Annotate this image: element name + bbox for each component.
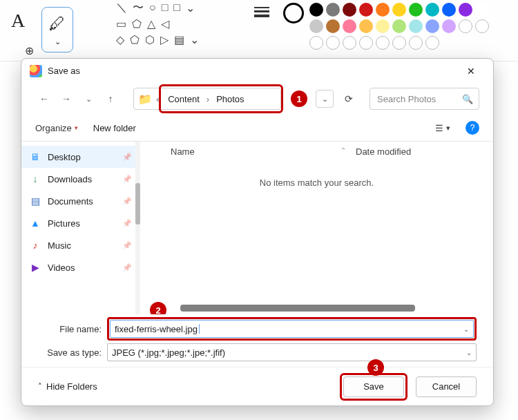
column-date[interactable]: Date modified <box>356 146 485 157</box>
dropdown-arrow-icon[interactable]: ⌄ <box>463 325 469 333</box>
color-swatch[interactable] <box>425 3 439 17</box>
color-swatch-empty[interactable] <box>376 36 390 50</box>
title-bar: Save as ✕ <box>21 59 493 83</box>
color-swatch[interactable] <box>392 3 406 17</box>
search-input[interactable]: Search Photos 🔍 <box>370 88 479 110</box>
color-swatch-empty[interactable] <box>392 36 406 50</box>
color-swatch[interactable] <box>409 3 423 17</box>
organize-label: Organize <box>35 123 72 133</box>
color-swatch[interactable] <box>343 3 356 17</box>
list-view-icon: ☰ <box>435 123 443 133</box>
filename-label: File name: <box>38 324 107 334</box>
hide-folders-toggle[interactable]: ˄ Hide Folders <box>38 381 97 392</box>
column-name[interactable]: Name <box>148 146 342 157</box>
breadcrumb-seg-photos[interactable]: Photos <box>213 93 247 106</box>
paint-left-tools: A 🖊 ⌄ <box>6 0 108 52</box>
sidebar-item-pictures[interactable]: ▲Pictures📌 <box>21 212 140 234</box>
downloads-icon: ↓ <box>30 173 41 184</box>
sidebar-item-documents[interactable]: ▤Documents📌 <box>21 190 140 212</box>
dropdown-arrow-icon: ▾ <box>75 124 78 131</box>
annotation-box-3: Save <box>340 373 407 401</box>
new-folder-button[interactable]: New folder <box>93 123 136 133</box>
pin-icon: 📌 <box>122 241 132 250</box>
color-swatch[interactable] <box>359 3 373 17</box>
brush-icon: 🖊 <box>49 14 66 33</box>
line-thickness[interactable] <box>254 4 269 19</box>
sidebar-scrollbar-thumb[interactable] <box>135 183 140 225</box>
color-swatch[interactable] <box>442 19 456 33</box>
pictures-icon: ▲ <box>30 218 41 229</box>
dropdown-arrow-icon[interactable]: ⌄ <box>466 349 472 356</box>
pin-icon: 📌 <box>122 175 132 184</box>
up-button[interactable]: ↑ <box>102 90 119 108</box>
color-swatch[interactable] <box>359 19 373 33</box>
paint-app-icon <box>30 65 42 77</box>
sidebar-item-music[interactable]: ♪Music📌 <box>21 234 140 256</box>
sidebar-item-videos[interactable]: ▶Videos📌 <box>21 256 140 278</box>
breadcrumb-seg-content[interactable]: Content <box>165 93 202 106</box>
filetype-select[interactable]: JPEG (*.jpg;*.jpeg;*.jpe;*.jfif) ⌄ <box>107 343 477 361</box>
back-button[interactable]: ← <box>35 90 53 108</box>
text-tool[interactable]: A <box>6 7 30 35</box>
color-swatch[interactable] <box>343 19 356 33</box>
filename-input[interactable]: fixed-ferris-wheel.jpg ⌄ <box>110 320 474 338</box>
desktop-icon: 🖥 <box>30 151 41 162</box>
forward-button[interactable]: → <box>57 90 75 108</box>
recent-dropdown[interactable]: ⌄ <box>79 90 97 108</box>
sidebar-item-downloads[interactable]: ↓Downloads📌 <box>21 168 140 190</box>
color-swatch[interactable] <box>326 3 340 17</box>
color-swatch[interactable] <box>409 19 423 33</box>
color-palette[interactable] <box>309 3 503 50</box>
view-mode-button[interactable]: ☰ ▾ <box>435 123 450 133</box>
current-color-primary[interactable] <box>283 3 304 23</box>
sidebar-item-label: Downloads <box>48 174 92 184</box>
hide-folders-label: Hide Folders <box>46 381 97 392</box>
step-1-marker: 1 <box>291 90 307 107</box>
file-listing: Name ˆ Date modified No items match your… <box>140 142 493 314</box>
step-3-marker: 3 <box>367 359 384 376</box>
sidebar-item-desktop[interactable]: 🖥Desktop📌 <box>21 146 140 168</box>
color-swatch[interactable] <box>425 19 439 33</box>
sidebar-item-label: Documents <box>48 196 93 207</box>
help-icon: ? <box>470 123 475 133</box>
color-swatch-empty[interactable] <box>326 36 340 50</box>
color-swatch[interactable] <box>309 3 323 17</box>
color-swatch[interactable] <box>459 3 472 17</box>
dialog-title: Save as <box>48 66 80 76</box>
h-scrollbar-thumb[interactable] <box>180 305 415 312</box>
refresh-button[interactable]: ⟳ <box>338 90 360 108</box>
breadcrumb[interactable]: 📁 « Content › Photos <box>133 88 281 110</box>
sidebar: 🖥Desktop📌↓Downloads📌▤Documents📌▲Pictures… <box>21 142 140 314</box>
dropdown-arrow-icon: ▾ <box>446 124 450 133</box>
color-swatch[interactable] <box>376 19 390 33</box>
breadcrumb-dropdown[interactable]: ⌄ <box>316 90 334 108</box>
close-button[interactable]: ✕ <box>457 61 485 81</box>
nav-bar: ← → ⌄ ↑ 📁 « Content › Photos 1 ⌄ ⟳ Searc… <box>21 83 493 115</box>
color-swatch-empty[interactable] <box>425 36 439 50</box>
color-swatch-empty[interactable] <box>359 36 373 50</box>
dialog-toolbar: Organize ▾ New folder ☰ ▾ ? <box>21 115 493 141</box>
color-swatch-empty[interactable] <box>343 36 356 50</box>
color-swatch[interactable] <box>442 3 456 17</box>
zoom-in-icon[interactable]: ⊕ <box>25 44 34 57</box>
organize-menu[interactable]: Organize ▾ <box>35 123 78 133</box>
color-swatch-empty[interactable] <box>475 19 489 33</box>
sidebar-scrollbar-track[interactable] <box>135 142 140 314</box>
color-swatch[interactable] <box>392 19 406 33</box>
filename-value: fixed-ferris-wheel.jpg <box>115 324 198 334</box>
color-swatch-empty[interactable] <box>409 36 423 50</box>
sort-indicator-icon: ˆ <box>342 146 356 157</box>
cancel-button[interactable]: Cancel <box>416 376 477 397</box>
h-scrollbar[interactable] <box>160 305 481 312</box>
color-swatch-empty[interactable] <box>309 36 323 50</box>
brush-tool[interactable]: 🖊 ⌄ <box>41 7 73 52</box>
color-swatch[interactable] <box>376 3 390 17</box>
shapes-picker[interactable]: ＼〜○□□⌄ ▭⬠△◁ ◇⬠⬡▷▤⌄ <box>116 1 240 46</box>
color-swatch[interactable] <box>326 19 340 33</box>
color-swatch[interactable] <box>309 19 323 33</box>
help-button[interactable]: ? <box>466 121 479 135</box>
color-swatch-empty[interactable] <box>459 19 472 33</box>
save-button[interactable]: Save <box>343 376 404 397</box>
pin-icon: 📌 <box>122 153 132 162</box>
color-swatch[interactable] <box>475 3 489 17</box>
